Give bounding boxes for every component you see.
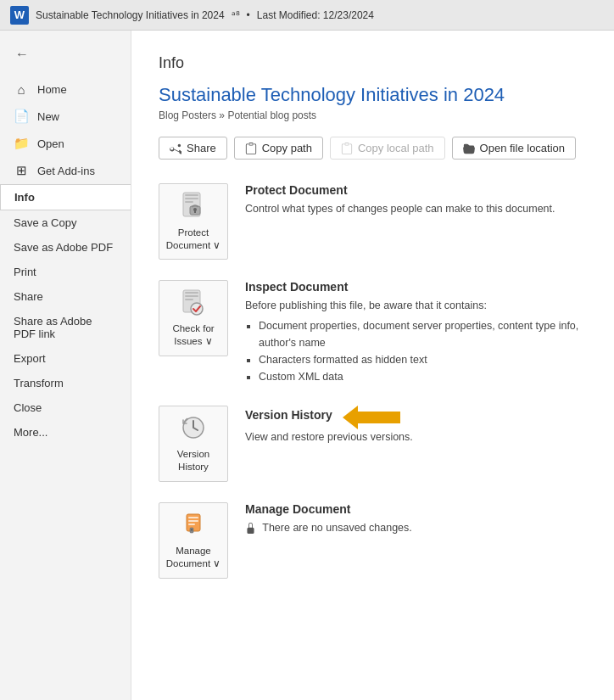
sidebar-label-export: Export <box>14 352 46 365</box>
sidebar-label-print: Print <box>14 266 36 278</box>
check-issues-icon <box>180 288 207 317</box>
manage-document-icon <box>180 511 207 540</box>
inspect-document-text: Inspect Document Before publishing this … <box>245 280 587 385</box>
page-title: Info <box>159 54 587 72</box>
open-file-location-icon <box>463 143 475 154</box>
title-bar-separator: • <box>247 9 250 21</box>
protect-document-title: Protect Document <box>245 183 555 197</box>
svg-rect-15 <box>188 520 198 522</box>
sidebar-label-get-addins: Get Add-ins <box>37 165 95 177</box>
check-for-issues-button[interactable]: Check forIssues ∨ <box>159 280 228 356</box>
inspect-document-title: Inspect Document <box>245 280 587 294</box>
title-bar-last-modified: Last Modified: 12/23/2024 <box>257 9 374 21</box>
sidebar-label-home: Home <box>37 83 67 96</box>
sidebar-label-save-adobe: Save as Adobe PDF <box>14 241 113 254</box>
manage-document-title: Manage Document <box>245 502 412 516</box>
manage-document-no-changes: There are no unsaved changes. <box>262 522 412 534</box>
sidebar-item-get-addins[interactable]: ⊞ Get Add-ins <box>0 157 131 184</box>
share-button[interactable]: Share <box>159 137 227 160</box>
sidebar-item-share-adobe[interactable]: Share as Adobe PDF link <box>0 309 131 346</box>
version-history-label: VersionHistory <box>177 448 209 473</box>
sidebar-item-save-adobe[interactable]: Save as Adobe PDF <box>0 235 131 260</box>
svg-rect-2 <box>185 198 198 199</box>
sidebar-label-more: More... <box>14 426 47 439</box>
svg-rect-14 <box>188 517 198 518</box>
share-button-label: Share <box>187 142 216 154</box>
open-file-location-button-label: Open file location <box>480 142 565 154</box>
svg-rect-8 <box>185 292 198 294</box>
copy-local-path-button[interactable]: Copy local path <box>330 137 445 160</box>
manage-document-section: ManageDocument ∨ Manage Document There a… <box>159 502 587 579</box>
sidebar-item-new[interactable]: 📄 New <box>0 103 131 130</box>
version-history-title-row: Version History <box>245 406 413 429</box>
protect-document-desc: Control what types of changes people can… <box>245 201 555 217</box>
protect-document-button[interactable]: ProtectDocument ∨ <box>159 183 228 260</box>
svg-rect-6 <box>194 210 196 213</box>
manage-document-button[interactable]: ManageDocument ∨ <box>159 502 228 579</box>
main-content: Info Sustainable Technology Initiatives … <box>131 31 614 700</box>
svg-rect-10 <box>185 299 193 300</box>
title-bar: W Sustainable Technology Initiatives in … <box>0 0 614 31</box>
copy-path-button[interactable]: Copy path <box>234 137 323 160</box>
bullet-3: Custom XML data <box>259 368 587 385</box>
sidebar-item-info[interactable]: Info <box>0 184 131 210</box>
sidebar-item-more[interactable]: More... <box>0 420 131 445</box>
sidebar-item-share[interactable]: Share <box>0 284 131 309</box>
orange-arrow <box>343 406 400 429</box>
bullet-2: Characters formatted as hidden text <box>259 351 587 368</box>
sidebar-label-share-adobe: Share as Adobe PDF link <box>14 315 117 340</box>
sidebar-item-export[interactable]: Export <box>0 346 131 371</box>
sidebar-item-print[interactable]: Print <box>0 260 131 284</box>
manage-document-label: ManageDocument ∨ <box>166 545 221 570</box>
title-bar-user-indicator: ᵃ⁸ <box>232 9 240 21</box>
protect-document-icon <box>180 191 207 221</box>
sidebar-item-transform[interactable]: Transform <box>0 371 131 395</box>
version-history-icon <box>180 414 207 443</box>
sidebar-label-info: Info <box>14 191 35 204</box>
protect-document-text: Protect Document Control what types of c… <box>245 183 555 217</box>
svg-rect-16 <box>188 524 195 525</box>
version-history-section: VersionHistory Version History View and … <box>159 406 587 482</box>
version-history-title: Version History <box>245 408 332 422</box>
copy-path-icon <box>245 143 257 154</box>
copy-local-path-icon <box>341 143 353 154</box>
svg-rect-1 <box>185 194 198 196</box>
manage-document-text: Manage Document There are no unsaved cha… <box>245 502 412 536</box>
copy-local-path-button-label: Copy local path <box>358 142 434 154</box>
sidebar-item-open[interactable]: 📁 Open <box>0 130 131 157</box>
open-file-location-button[interactable]: Open file location <box>452 137 576 160</box>
sidebar-label-open: Open <box>37 137 64 150</box>
sidebar-label-save-copy: Save a Copy <box>14 216 76 229</box>
sidebar-label-transform: Transform <box>14 377 64 389</box>
sidebar-label-new: New <box>37 110 59 123</box>
sidebar-label-share: Share <box>14 290 43 303</box>
action-buttons-row: Share Copy path Copy local path <box>159 137 587 160</box>
check-issues-label: Check forIssues ∨ <box>172 322 214 348</box>
sidebar: ← ⌂ Home 📄 New 📁 Open ⊞ Get Add-ins Info… <box>0 31 131 700</box>
addins-icon: ⊞ <box>14 163 29 178</box>
svg-rect-3 <box>185 201 193 203</box>
copy-path-button-label: Copy path <box>262 142 312 154</box>
title-bar-doc-name: Sustainable Technology Initiatives in 20… <box>36 9 225 21</box>
version-history-button[interactable]: VersionHistory <box>159 406 228 482</box>
protect-document-section: ProtectDocument ∨ Protect Document Contr… <box>159 183 587 260</box>
version-history-text: Version History View and restore previou… <box>245 406 413 445</box>
sidebar-item-home[interactable]: ⌂ Home <box>0 76 131 103</box>
inspect-document-desc: Before publishing this file, be aware th… <box>245 298 587 314</box>
sidebar-item-close[interactable]: Close <box>0 395 131 420</box>
doc-title: Sustainable Technology Initiatives in 20… <box>159 84 587 106</box>
new-icon: 📄 <box>14 109 29 124</box>
manage-document-desc: There are no unsaved changes. <box>245 520 412 536</box>
open-icon: 📁 <box>14 136 29 151</box>
sidebar-item-save-copy[interactable]: Save a Copy <box>0 210 131 235</box>
version-history-desc: View and restore previous versions. <box>245 429 413 445</box>
back-button[interactable]: ← <box>8 41 36 68</box>
word-icon: W <box>10 6 29 25</box>
lock-icon <box>245 523 256 534</box>
inspect-document-section: Check forIssues ∨ Inspect Document Befor… <box>159 280 587 385</box>
bullet-1: Document properties, document server pro… <box>259 317 587 351</box>
app-body: ← ⌂ Home 📄 New 📁 Open ⊞ Get Add-ins Info… <box>0 31 614 700</box>
protect-document-label: ProtectDocument ∨ <box>166 227 221 252</box>
doc-breadcrumb: Blog Posters » Potential blog posts <box>159 109 587 121</box>
share-icon <box>170 143 181 154</box>
